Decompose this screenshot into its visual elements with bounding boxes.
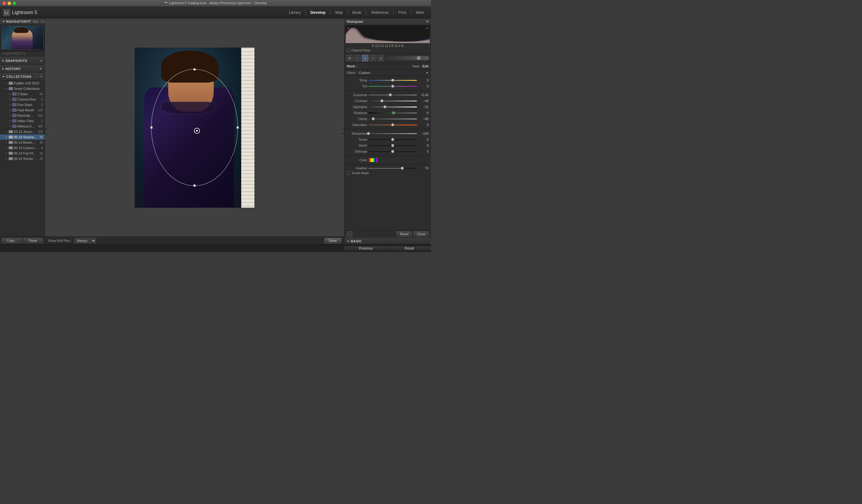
rect-tool[interactable]: ▭ [370, 55, 376, 61]
shadows-knob[interactable] [392, 111, 395, 114]
moire-slider[interactable] [368, 145, 417, 146]
small-action-icon[interactable] [347, 231, 352, 237]
sharpness-slider[interactable] [368, 133, 417, 134]
tool-slider-knob[interactable] [417, 56, 420, 60]
collection-recently-modified[interactable]: Recently Modified 393 [0, 113, 44, 118]
close-button[interactable]: Close [414, 231, 429, 237]
noise-label: Noise [347, 138, 367, 141]
collections-remove-button[interactable]: − [36, 75, 38, 79]
history-clear-button[interactable]: ✕ [39, 67, 42, 71]
five-stars-expand-icon [8, 103, 11, 106]
defringe-slider[interactable] [368, 151, 417, 152]
shadows-slider[interactable] [368, 112, 417, 114]
left-panel-bottom: Copy... Paste [0, 236, 44, 244]
maximize-window-button[interactable] [13, 1, 16, 5]
circle-tool[interactable]: ○ [354, 55, 361, 61]
mask-new-button[interactable]: New [413, 64, 419, 68]
left-panel-collapse-button[interactable]: ‹ [45, 127, 49, 136]
highlights-slider[interactable] [368, 107, 417, 107]
grid-tool[interactable]: ⊞ [346, 55, 353, 61]
noise-knob[interactable] [391, 138, 394, 141]
collection-schulz-museum[interactable]: 06-13 Schulz Museum 28 [0, 156, 44, 161]
collection-past-month[interactable]: Past Month 105 [0, 107, 44, 113]
collection-without-keywords[interactable]: Without Keywords 482 [0, 123, 44, 129]
feather-knob[interactable] [401, 167, 404, 170]
minimize-window-button[interactable] [8, 1, 11, 5]
nav-library[interactable]: Library [285, 6, 305, 18]
previous-button[interactable]: Previous [344, 246, 388, 251]
effect-dropdown-icon[interactable]: ▼ [426, 71, 429, 75]
zoom-1-1[interactable]: 1:1 [41, 20, 45, 23]
highlights-knob[interactable] [383, 105, 387, 108]
collection-bokeh-plants[interactable]: 06-13 Bokeh Plants 38 [0, 140, 44, 145]
paste-button[interactable]: Paste [23, 238, 43, 243]
clarity-knob[interactable] [372, 117, 375, 120]
nav-slideshow[interactable]: Slideshow [367, 6, 393, 18]
navigator-header[interactable]: Navigator FIT FILL 1:1 3:1 [0, 18, 44, 25]
collection-smart-collections[interactable]: Smart Collections [0, 86, 44, 91]
saturation-slider[interactable] [368, 124, 417, 125]
colored-red-expand-icon [8, 98, 11, 101]
radial-tool[interactable]: ● [362, 55, 368, 61]
moire-value: 0 [418, 144, 429, 147]
exposure-knob[interactable] [389, 93, 392, 96]
collections-add-button[interactable]: + [40, 75, 42, 79]
right-panel-collapse-button[interactable]: › [340, 127, 344, 136]
close-window-button[interactable] [2, 1, 6, 5]
copy-button[interactable]: Copy... [2, 238, 22, 243]
contrast-slider[interactable] [368, 101, 417, 102]
radial-filter-pin[interactable] [194, 128, 200, 134]
tint-slider[interactable] [368, 86, 417, 87]
done-button[interactable]: Done [324, 238, 341, 243]
navigator-thumbnail[interactable] [0, 25, 44, 51]
original-photo-checkbox[interactable] [347, 49, 350, 52]
nav-print[interactable]: Print [394, 6, 410, 18]
exposure-slider[interactable] [368, 95, 417, 95]
saturation-knob[interactable] [391, 123, 394, 126]
temp-knob[interactable] [391, 79, 394, 82]
collection-five-stars[interactable]: Five Stars 0 [0, 102, 44, 107]
clarity-slider[interactable] [368, 119, 417, 119]
nav-web[interactable]: Web [412, 6, 428, 18]
moire-knob[interactable] [391, 144, 394, 147]
invert-mask-checkbox[interactable] [347, 172, 350, 175]
reset-button[interactable]: Reset [396, 231, 412, 237]
collection-3stars[interactable]: 3 Stars 44 [0, 91, 44, 97]
feather-row: Feather 74 [344, 166, 431, 171]
tint-row: Tint 0 [344, 83, 431, 89]
temp-slider[interactable] [368, 80, 417, 81]
collection-cactus-garden[interactable]: 06-13 Cactus in Garden 6 [0, 145, 44, 150]
collection-fujifilm[interactable]: Fujifilm X20 2013 [0, 80, 44, 86]
histogram-header[interactable]: Histogram [344, 18, 431, 25]
nav-develop[interactable]: Develop [306, 6, 330, 18]
history-header[interactable]: History ✕ [0, 65, 44, 73]
noise-slider[interactable] [368, 139, 417, 140]
color-swatch[interactable] [368, 158, 377, 162]
collections-actions: − + [36, 75, 42, 79]
collection-fuji-x20[interactable]: 06-13 Fuji X20 With... 31 [0, 150, 44, 156]
defringe-knob[interactable] [391, 150, 394, 153]
collection-video-files[interactable]: Video Files 1 [0, 118, 44, 123]
sharpness-knob[interactable] [367, 132, 370, 135]
collections-header[interactable]: Collections − + [0, 73, 44, 80]
edit-pins-select[interactable]: Always Never Selected [74, 238, 96, 243]
image-container[interactable] [45, 18, 344, 236]
tint-value: 0 [418, 84, 429, 88]
tool-slider[interactable] [385, 56, 429, 60]
tint-knob[interactable] [391, 85, 394, 88]
feather-slider[interactable] [368, 168, 417, 169]
collection-victoria-natural[interactable]: 05-13 Victoria Natural... 34 [0, 134, 44, 140]
nav-map[interactable]: Map [331, 6, 347, 18]
basic-section-header[interactable]: Basic [344, 238, 431, 244]
zoom-fit[interactable]: FIT [27, 20, 31, 23]
collection-colored-red[interactable]: Colored Red 0 [0, 97, 44, 102]
contrast-knob[interactable] [380, 100, 383, 102]
zoom-fill[interactable]: FILL [33, 20, 39, 23]
target-tool[interactable]: ◎ [377, 55, 384, 61]
snapshots-header[interactable]: Snapshots + [0, 56, 44, 65]
mask-edit-button[interactable]: Edit [422, 64, 429, 68]
collection-jessica-dress[interactable]: 03-13 Jessica Dress 254 [0, 129, 44, 134]
reset-bottom-button[interactable]: Reset [388, 246, 431, 251]
nav-book[interactable]: Book [348, 6, 365, 18]
snapshots-add-button[interactable]: + [40, 58, 42, 63]
